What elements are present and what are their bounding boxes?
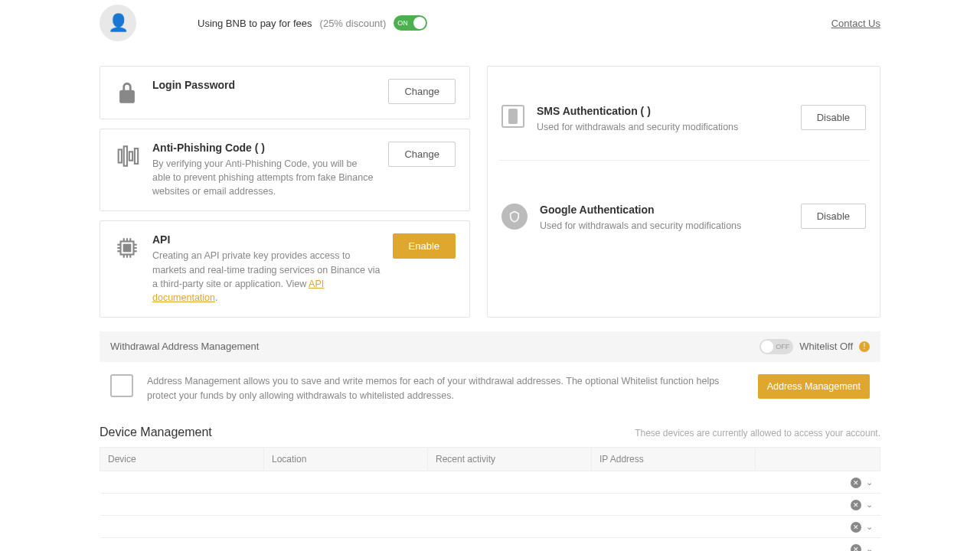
anti-phishing-desc: By verifying your Anti-Phishing Code, yo… [152,157,376,198]
chip-icon [114,235,140,261]
disable-sms-button[interactable]: Disable [801,105,866,130]
google-auth-icon [501,204,528,230]
bnb-fee-toggle[interactable]: ON [394,15,427,31]
contact-us-link[interactable]: Contact Us [831,18,880,29]
google-auth-title: Google Authentication [540,204,789,216]
phone-icon [501,105,524,128]
svg-rect-1 [124,146,127,166]
lock-icon [114,80,140,106]
divider [498,160,869,161]
table-row: ✕⌄ [100,471,880,494]
shield-icon [114,143,140,169]
svg-rect-2 [129,152,132,160]
google-auth-desc: Used for withdrawals and security modifi… [540,219,789,233]
whitelist-toggle[interactable]: OFF [760,339,793,354]
avatar-icon: 👤 [108,13,129,33]
api-title: API [152,233,381,246]
api-card: API Creating an API private key provides… [100,220,470,318]
wam-body: Address Management allows you to save an… [100,362,880,420]
svg-rect-0 [119,150,122,163]
sms-auth-card: SMS Authentication ( ) Used for withdraw… [498,67,869,148]
chevron-down-icon[interactable]: ⌄ [866,500,873,509]
address-book-icon [110,374,133,397]
sms-auth-desc: Used for withdrawals and security modifi… [537,120,789,134]
col-actions [755,448,880,471]
col-device: Device [100,448,264,471]
toggle-knob [413,17,426,29]
device-management-sub: These devices are currently allowed to a… [635,428,880,439]
wam-desc: Address Management allows you to save an… [147,374,744,403]
anti-phishing-card: Anti-Phishing Code ( ) By verifying your… [100,129,470,211]
delete-device-button[interactable]: ✕ [851,544,861,551]
chevron-down-icon[interactable]: ⌄ [866,478,873,487]
change-phishing-code-button[interactable]: Change [388,142,456,167]
col-recent: Recent activity [427,448,591,471]
delete-device-button[interactable]: ✕ [851,478,861,488]
enable-api-button[interactable]: Enable [393,233,456,259]
login-password-title: Login Password [152,79,376,91]
col-location: Location [263,448,427,471]
chevron-down-icon[interactable]: ⌄ [866,522,873,531]
address-management-button[interactable]: Address Management [758,374,870,399]
avatar: 👤 [100,5,136,41]
withdrawal-address-bar: Withdrawal Address Management OFF Whitel… [100,331,880,362]
bnb-discount-label: (25% discount) [320,18,387,29]
whitelist-status-label: Whitelist Off [799,341,853,352]
delete-device-button[interactable]: ✕ [851,500,861,510]
svg-rect-5 [124,245,131,252]
disable-google-button[interactable]: Disable [801,204,866,229]
table-row: ✕⌄ [100,494,880,516]
google-auth-card: Google Authentication Used for withdrawa… [498,173,869,246]
col-ip: IP Address [591,448,755,471]
delete-device-button[interactable]: ✕ [851,522,861,533]
toggle-knob [761,341,773,353]
info-icon[interactable]: ! [859,341,870,352]
change-password-button[interactable]: Change [388,79,456,104]
table-row: ✕⌄ [100,516,880,538]
sms-auth-title: SMS Authentication ( ) [537,105,789,117]
bnb-fee-label: Using BNB to pay for fees [198,18,312,29]
anti-phishing-title: Anti-Phishing Code ( ) [152,142,376,154]
table-row: ✕⌄ [100,538,880,551]
svg-rect-3 [135,148,138,164]
login-password-card: Login Password Change [100,66,470,119]
device-table: Device Location Recent activity IP Addre… [100,447,880,551]
chevron-down-icon[interactable]: ⌄ [866,544,873,551]
api-desc: Creating an API private key provides acc… [152,249,381,305]
wam-title: Withdrawal Address Management [110,341,760,352]
device-management-title: Device Management [100,425,635,439]
